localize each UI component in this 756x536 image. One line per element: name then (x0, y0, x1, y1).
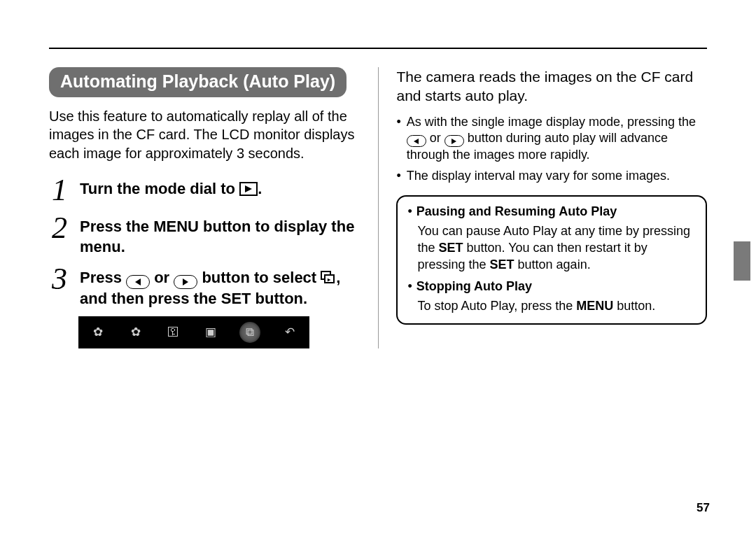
step-number: 3 (49, 264, 70, 309)
intro-paragraph: Use this feature to automatically replay… (49, 107, 360, 162)
box-body-1: You can pause Auto Play at any time by p… (417, 223, 696, 273)
bullet-dot: • (407, 204, 412, 220)
bullet-list: • As with the single image display mode,… (396, 114, 707, 185)
menu-label: MENU (576, 299, 613, 313)
p2b: button. (613, 299, 655, 313)
playback-mode-icon (239, 182, 258, 196)
bullet-dot: • (396, 168, 400, 184)
box-subtitle-row: • Stopping Auto Play (407, 278, 696, 295)
right-column: The camera reads the images on the CF ca… (396, 67, 707, 348)
b1-c: button during auto play will advance thr… (407, 131, 668, 162)
step3-text-a: Press (80, 269, 126, 286)
step-number: 1 (49, 175, 70, 206)
step1-text-a: Turn the mode dial to (80, 180, 239, 197)
autoplay-menu-icon: ▸ (321, 271, 336, 285)
set-label: SET (439, 241, 463, 255)
b1-a: As with the single image display mode, p… (407, 115, 696, 129)
step3-text-b: or (150, 269, 174, 286)
step1-text-b: . (258, 180, 262, 197)
step-body: Turn the mode dial to . (80, 175, 262, 206)
menu-icon-2: ✿ (127, 325, 144, 339)
left-arrow-button-icon (126, 275, 150, 289)
bullet-item: • The display interval may vary for some… (396, 168, 707, 184)
box-subtitle-row: • Pausing and Resuming Auto Play (407, 204, 696, 220)
step-body: Press the MENU button to display the men… (80, 213, 360, 257)
step-1: 1 Turn the mode dial to . (49, 175, 360, 206)
column-divider (378, 67, 379, 348)
top-rule (49, 48, 707, 49)
bullet-dot: • (407, 278, 412, 295)
right-intro: The camera reads the images on the CF ca… (396, 67, 707, 106)
bullet-text: As with the single image display mode, p… (407, 114, 707, 164)
step-body: Press or button to select ▸, and then pr… (80, 264, 360, 309)
p2a: To stop Auto Play, press the (417, 299, 576, 313)
side-tab-mark (734, 241, 750, 281)
set-label: SET (490, 258, 514, 271)
right-arrow-button-icon (174, 275, 197, 289)
menu-icon-key: ⚿ (164, 325, 181, 339)
menu-icon-strip: ✿ ✿ ⚿ ▣ ⧉ ↶ (78, 316, 309, 348)
box-body-2: To stop Auto Play, press the MENU button… (417, 298, 696, 315)
page-number: 57 (696, 501, 710, 515)
step-3: 3 Press or button to select ▸, and then … (49, 264, 360, 309)
p1c: button again. (514, 258, 591, 271)
menu-icon-bracket: ▣ (202, 325, 219, 339)
right-arrow-button-icon (444, 135, 464, 147)
bullet-text: The display interval may vary for some i… (407, 168, 670, 184)
box-title-2: Stopping Auto Play (416, 278, 532, 295)
two-column-layout: Automating Playback (Auto Play) Use this… (35, 67, 721, 348)
left-column: Automating Playback (Auto Play) Use this… (49, 67, 360, 348)
manual-page: Automating Playback (Auto Play) Use this… (0, 0, 756, 536)
bullet-item: • As with the single image display mode,… (396, 114, 707, 164)
menu-icon-return: ↶ (281, 325, 298, 339)
step3-text-c: button to select (197, 269, 321, 286)
step-number: 2 (49, 213, 70, 257)
section-title: Automating Playback (Auto Play) (49, 67, 346, 97)
menu-icon-1: ✿ (90, 325, 106, 339)
menu-icon-autoplay-selected: ⧉ (239, 322, 260, 343)
tips-box: • Pausing and Resuming Auto Play You can… (396, 195, 707, 325)
bullet-dot: • (396, 114, 400, 164)
b1-b: or (426, 131, 444, 145)
box-title-1: Pausing and Resuming Auto Play (416, 204, 617, 220)
left-arrow-button-icon (407, 135, 426, 147)
step-2: 2 Press the MENU button to display the m… (49, 213, 360, 257)
